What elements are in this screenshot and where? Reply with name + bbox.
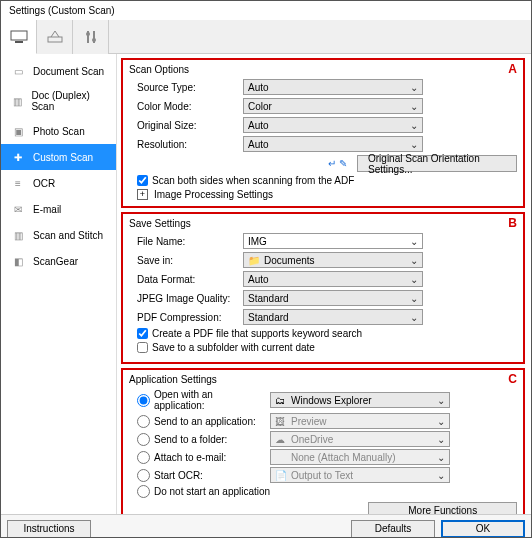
callout-c: C bbox=[508, 372, 517, 386]
file-name-label: File Name: bbox=[129, 236, 239, 247]
subfolder-date-checkbox[interactable] bbox=[137, 342, 148, 353]
ocr-icon: ≡ bbox=[9, 176, 27, 190]
duplex-icon: ▥ bbox=[9, 94, 25, 108]
save-in-label: Save in: bbox=[129, 255, 239, 266]
ok-button[interactable]: OK bbox=[441, 520, 525, 538]
chevron-down-icon bbox=[410, 274, 418, 285]
color-mode-label: Color Mode: bbox=[129, 101, 239, 112]
send-to-folder-radio[interactable] bbox=[137, 433, 150, 446]
pdf-keyword-label: Create a PDF file that supports keyword … bbox=[152, 328, 362, 339]
source-type-label: Source Type: bbox=[129, 82, 239, 93]
defaults-button[interactable]: Defaults bbox=[351, 520, 435, 538]
data-format-label: Data Format: bbox=[129, 274, 239, 285]
svg-rect-2 bbox=[48, 37, 62, 42]
scan-options-title: Scan Options bbox=[129, 64, 517, 75]
explorer-icon: 🗂 bbox=[275, 395, 287, 406]
sidebar-item-label: OCR bbox=[33, 178, 55, 189]
chevron-down-icon bbox=[437, 434, 445, 445]
tab-scan-from-panel[interactable] bbox=[37, 20, 73, 54]
attach-email-label: Attach to e-mail: bbox=[154, 452, 266, 463]
sidebar-item-label: Document Scan bbox=[33, 66, 104, 77]
resolution-select[interactable]: Auto bbox=[243, 136, 423, 152]
scan-options-group: A Scan Options Source Type: Auto Color M… bbox=[121, 58, 525, 208]
svg-rect-1 bbox=[15, 41, 23, 43]
svg-rect-0 bbox=[11, 31, 27, 40]
instructions-button[interactable]: Instructions bbox=[7, 520, 91, 538]
jpeg-quality-select[interactable]: Standard bbox=[243, 290, 423, 306]
sidebar-item-scangear[interactable]: ◧ ScanGear bbox=[1, 248, 116, 274]
folder-icon: 📁 bbox=[248, 255, 260, 266]
pdf-compression-select[interactable]: Standard bbox=[243, 309, 423, 325]
do-not-start-label: Do not start an application bbox=[154, 486, 270, 497]
chevron-down-icon bbox=[410, 255, 418, 266]
resolution-label: Resolution: bbox=[129, 139, 239, 150]
sidebar-item-label: Photo Scan bbox=[33, 126, 85, 137]
pdf-keyword-checkbox[interactable] bbox=[137, 328, 148, 339]
footer: Instructions Defaults OK bbox=[1, 514, 531, 538]
tab-general-settings[interactable] bbox=[73, 20, 109, 54]
chevron-down-icon bbox=[437, 416, 445, 427]
chevron-down-icon bbox=[410, 312, 418, 323]
callout-a: A bbox=[508, 62, 517, 76]
stitch-icon: ▥ bbox=[9, 228, 27, 242]
document-icon: ▭ bbox=[9, 64, 27, 78]
pdf-compression-label: PDF Compression: bbox=[129, 312, 239, 323]
tab-scan-from-computer[interactable] bbox=[1, 20, 37, 54]
chevron-down-icon bbox=[410, 120, 418, 131]
sidebar: ▭ Document Scan ▥ Doc (Duplex) Scan ▣ Ph… bbox=[1, 54, 117, 514]
subfolder-date-label: Save to a subfolder with current date bbox=[152, 342, 315, 353]
more-functions-button[interactable]: More Functions bbox=[368, 502, 517, 514]
original-size-label: Original Size: bbox=[129, 120, 239, 131]
scan-both-sides-label: Scan both sides when scanning from the A… bbox=[152, 175, 354, 186]
send-to-folder-select[interactable]: ☁OneDrive bbox=[270, 431, 450, 447]
top-tab-strip bbox=[1, 20, 531, 54]
send-to-folder-label: Send to a folder: bbox=[154, 434, 266, 445]
chevron-down-icon bbox=[437, 452, 445, 463]
application-settings-group: C Application Settings Open with an appl… bbox=[121, 368, 525, 514]
sidebar-item-custom-scan[interactable]: ✚ Custom Scan bbox=[1, 144, 116, 170]
chevron-down-icon bbox=[410, 82, 418, 93]
orientation-settings-button[interactable]: Original Scan Orientation Settings... bbox=[357, 155, 517, 172]
chevron-down-icon bbox=[410, 236, 418, 247]
custom-icon: ✚ bbox=[9, 150, 27, 164]
chevron-down-icon bbox=[410, 139, 418, 150]
sidebar-item-document-scan[interactable]: ▭ Document Scan bbox=[1, 58, 116, 84]
color-mode-select[interactable]: Color bbox=[243, 98, 423, 114]
data-format-select[interactable]: Auto bbox=[243, 271, 423, 287]
sidebar-item-label: ScanGear bbox=[33, 256, 78, 267]
open-with-radio[interactable] bbox=[137, 394, 150, 407]
chevron-down-icon bbox=[410, 293, 418, 304]
sidebar-item-doc-duplex-scan[interactable]: ▥ Doc (Duplex) Scan bbox=[1, 84, 116, 118]
scan-both-sides-checkbox[interactable] bbox=[137, 175, 148, 186]
sidebar-item-photo-scan[interactable]: ▣ Photo Scan bbox=[1, 118, 116, 144]
original-size-select[interactable]: Auto bbox=[243, 117, 423, 133]
sidebar-item-label: E-mail bbox=[33, 204, 61, 215]
email-icon: ✉ bbox=[9, 202, 27, 216]
do-not-start-radio[interactable] bbox=[137, 485, 150, 498]
chevron-down-icon bbox=[437, 470, 445, 481]
sidebar-item-label: Custom Scan bbox=[33, 152, 93, 163]
chevron-down-icon bbox=[437, 395, 445, 406]
sidebar-item-scan-and-stitch[interactable]: ▥ Scan and Stitch bbox=[1, 222, 116, 248]
sidebar-item-email[interactable]: ✉ E-mail bbox=[1, 196, 116, 222]
start-ocr-select[interactable]: 📄Output to Text bbox=[270, 467, 450, 483]
send-to-app-radio[interactable] bbox=[137, 415, 150, 428]
open-with-select[interactable]: 🗂Windows Explorer bbox=[270, 392, 450, 408]
reset-orientation-icon[interactable]: ↵ ✎ bbox=[328, 158, 347, 169]
window-title: Settings (Custom Scan) bbox=[1, 1, 531, 20]
sidebar-item-label: Doc (Duplex) Scan bbox=[31, 90, 108, 112]
save-in-select[interactable]: 📁Documents bbox=[243, 252, 423, 268]
text-icon: 📄 bbox=[275, 470, 287, 481]
attach-email-select[interactable]: None (Attach Manually) bbox=[270, 449, 450, 465]
start-ocr-radio[interactable] bbox=[137, 469, 150, 482]
file-name-combo[interactable]: IMG bbox=[243, 233, 423, 249]
preview-icon: 🖼 bbox=[275, 416, 287, 427]
attach-email-radio[interactable] bbox=[137, 451, 150, 464]
svg-point-6 bbox=[92, 38, 96, 42]
expand-image-processing-button[interactable]: + bbox=[137, 189, 148, 200]
svg-point-5 bbox=[86, 32, 90, 36]
send-to-app-select[interactable]: 🖼Preview bbox=[270, 413, 450, 429]
sidebar-item-ocr[interactable]: ≡ OCR bbox=[1, 170, 116, 196]
source-type-select[interactable]: Auto bbox=[243, 79, 423, 95]
sidebar-item-label: Scan and Stitch bbox=[33, 230, 103, 241]
